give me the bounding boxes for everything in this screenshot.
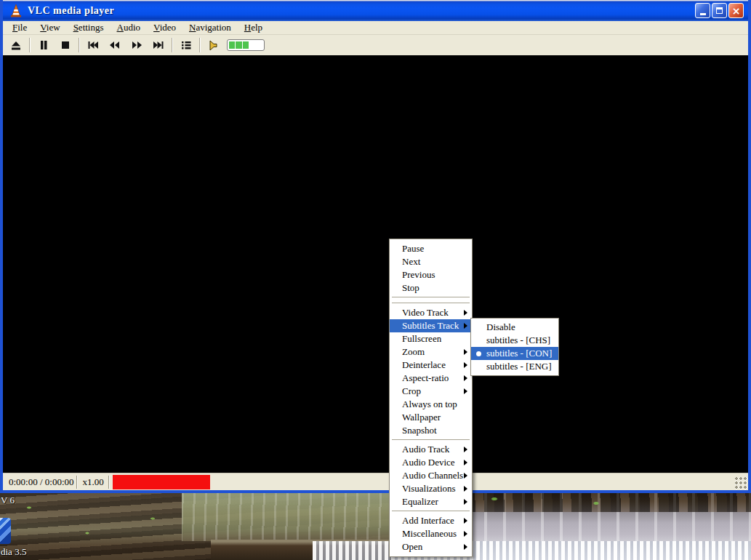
- submenu-item-subtitles-con[interactable]: subtitles - [CON]: [471, 347, 558, 360]
- volume-segment: [249, 41, 255, 49]
- menubar-item-navigation[interactable]: Navigation: [182, 22, 238, 33]
- toolbar-rewind-button[interactable]: [104, 36, 126, 54]
- menu-separator: [390, 295, 472, 300]
- maximize-button[interactable]: [712, 3, 727, 18]
- menu-separator: [390, 437, 472, 443]
- submenu-arrow-icon: [464, 310, 467, 316]
- context-menu-item-next[interactable]: Next: [390, 255, 472, 268]
- context-menu-item-deinterlace[interactable]: Deinterlace: [390, 359, 472, 372]
- menubar-item-audio[interactable]: Audio: [111, 22, 148, 33]
- submenu-arrow-icon: [464, 323, 467, 329]
- rewind-icon: [109, 39, 121, 51]
- close-button[interactable]: ×: [728, 3, 744, 18]
- statusbar: 0:00:00 / 0:00:00 x1.00: [3, 473, 748, 490]
- minimize-button[interactable]: [695, 3, 710, 18]
- submenu-arrow-icon: [464, 349, 467, 355]
- context-menu-item-audio-channels[interactable]: Audio Channels: [390, 469, 472, 482]
- volume-slider[interactable]: [227, 39, 265, 51]
- submenu-arrow-icon: [464, 362, 467, 368]
- desktop-icon-label[interactable]: dia 3.5: [1, 546, 26, 558]
- volume-segment: [243, 41, 249, 49]
- video-display[interactable]: [3, 55, 748, 473]
- menu-separator: [390, 508, 472, 514]
- context-menu: PauseNextPreviousStopVideo TrackSubtitle…: [389, 239, 473, 557]
- context-menu-item-zoom[interactable]: Zoom: [390, 345, 472, 359]
- menubar: FileViewSettingsAudioVideoNavigationHelp: [3, 21, 748, 35]
- toolbar-separator: [172, 38, 173, 52]
- statusbar-divider: [108, 476, 110, 489]
- toolbar-separator: [29, 38, 31, 52]
- window-title: VLC media player: [28, 5, 114, 17]
- context-menu-item-visualizations[interactable]: Visualizations: [390, 482, 472, 495]
- menubar-item-file[interactable]: File: [6, 22, 33, 33]
- toolbar-pause-button[interactable]: [33, 36, 55, 54]
- context-menu-item-snapshot[interactable]: Snapshot: [390, 424, 472, 437]
- toolbar-next-button[interactable]: [148, 36, 169, 54]
- next-icon: [153, 39, 164, 51]
- submenu-arrow-icon: [464, 518, 467, 524]
- menubar-item-video[interactable]: Video: [147, 22, 182, 33]
- volume-segment: [236, 41, 241, 49]
- submenu-arrow-icon: [464, 375, 467, 381]
- desktop-icon[interactable]: [0, 518, 11, 544]
- seek-bar[interactable]: [113, 475, 210, 489]
- menubar-item-help[interactable]: Help: [238, 22, 269, 33]
- context-menu-item-audio-device[interactable]: Audio Device: [390, 456, 472, 469]
- toolbar-playlist-button[interactable]: [175, 36, 197, 54]
- fast-forward-icon: [131, 39, 142, 51]
- toolbar-stop-button[interactable]: [55, 36, 76, 54]
- context-menu-item-video-track[interactable]: Video Track: [390, 306, 472, 319]
- time-display: 0:00:00 / 0:00:00: [3, 476, 76, 488]
- menubar-item-view[interactable]: View: [33, 22, 66, 33]
- submenu-arrow-icon: [464, 460, 467, 465]
- submenu-arrow-icon: [464, 473, 467, 479]
- context-menu-item-aspect-ratio[interactable]: Aspect-ratio: [390, 372, 472, 385]
- subtitles-submenu: Disablesubtitles - [CHS]subtitles - [CON…: [470, 318, 559, 376]
- context-menu-item-miscellaneous[interactable]: Miscellaneous: [390, 527, 472, 540]
- submenu-arrow-icon: [464, 544, 467, 550]
- context-menu-item-pause[interactable]: Pause: [390, 242, 472, 255]
- resize-grip[interactable]: [734, 476, 747, 489]
- toolbar-separator: [199, 38, 201, 52]
- playback-speed: x1.00: [78, 476, 108, 488]
- playlist-icon: [180, 39, 192, 51]
- context-menu-item-always-on-top[interactable]: Always on top: [390, 398, 472, 411]
- context-menu-item-add-interface[interactable]: Add Interface: [390, 514, 472, 527]
- context-menu-item-subtitles-track[interactable]: Subtitles Track: [390, 319, 472, 332]
- toolbar-previous-button[interactable]: [82, 36, 104, 54]
- context-menu-item-wallpaper[interactable]: Wallpaper: [390, 411, 472, 424]
- desktop-icon-label[interactable]: V 6: [1, 495, 15, 506]
- context-menu-item-audio-track[interactable]: Audio Track: [390, 443, 472, 456]
- toolbar-separator: [79, 38, 80, 52]
- context-menu-item-open[interactable]: Open: [390, 540, 472, 553]
- previous-icon: [87, 39, 99, 51]
- menubar-item-settings[interactable]: Settings: [67, 22, 111, 33]
- context-menu-item-fullscreen[interactable]: Fullscreen: [390, 332, 472, 345]
- titlebar[interactable]: VLC media player ×: [3, 0, 748, 21]
- stop-icon: [60, 39, 71, 51]
- submenu-item-subtitles-chs[interactable]: subtitles - [CHS]: [471, 334, 558, 347]
- toolbar-fast-forward-button[interactable]: [126, 36, 148, 54]
- vlc-window: VLC media player × FileViewSettingsAudio…: [0, 0, 751, 493]
- submenu-item-subtitles-eng[interactable]: subtitles - [ENG]: [471, 360, 558, 373]
- wallpaper-cascade: [313, 541, 751, 560]
- pause-icon: [38, 39, 49, 51]
- context-menu-item-previous[interactable]: Previous: [390, 268, 472, 281]
- eject-icon: [10, 39, 22, 51]
- toolbar: [3, 35, 748, 55]
- menu-separator: [390, 300, 472, 306]
- minimize-icon: [700, 13, 706, 15]
- submenu-arrow-icon: [464, 486, 467, 492]
- context-menu-item-crop[interactable]: Crop: [390, 385, 472, 398]
- toolbar-eject-button[interactable]: [5, 36, 27, 54]
- submenu-arrow-icon: [464, 531, 467, 537]
- maximize-icon: [716, 7, 723, 14]
- close-icon: ×: [732, 6, 741, 16]
- context-menu-item-equalizer[interactable]: Equalizer: [390, 495, 472, 508]
- submenu-arrow-icon: [464, 447, 467, 452]
- submenu-arrow-icon: [464, 499, 467, 505]
- volume-segment: [229, 41, 235, 49]
- context-menu-item-stop[interactable]: Stop: [390, 281, 472, 295]
- toolbar-speaker-button[interactable]: [203, 36, 225, 54]
- submenu-item-disable[interactable]: Disable: [471, 321, 558, 334]
